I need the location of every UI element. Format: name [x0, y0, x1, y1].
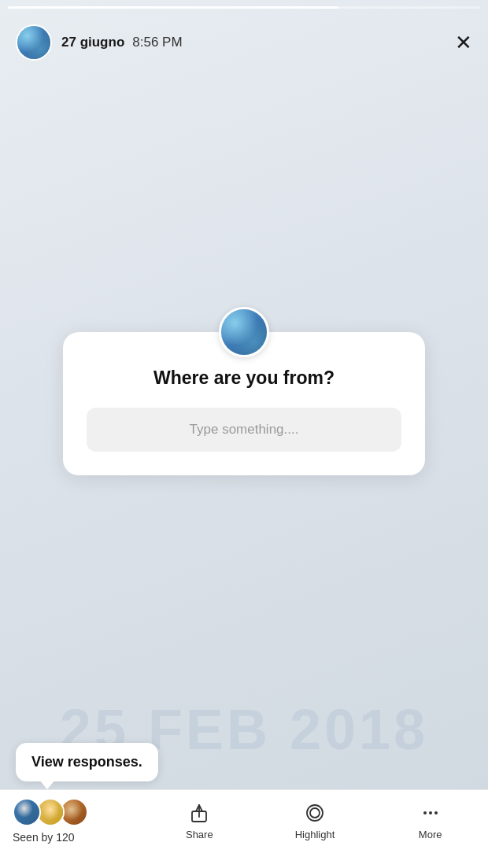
share-label: Share [186, 829, 213, 840]
more-label: More [419, 829, 442, 840]
story-meta: 27 giugno 8:56 PM [61, 35, 455, 50]
svg-point-5 [429, 811, 432, 814]
highlight-button[interactable]: Highlight [287, 801, 342, 840]
bottom-actions: Share Highlight More [142, 798, 488, 840]
top-bar: 27 giugno 8:56 PM ✕ [0, 0, 488, 71]
svg-point-4 [423, 811, 427, 814]
close-button[interactable]: ✕ [455, 32, 472, 53]
story-date: 27 giugno [61, 35, 124, 50]
type-input[interactable]: Type something.... [87, 408, 401, 452]
seen-section[interactable]: Seen by 120 [0, 798, 142, 844]
share-button[interactable]: Share [172, 801, 227, 840]
share-icon [187, 801, 211, 825]
tooltip-label: View responses. [31, 754, 142, 770]
question-card-wrapper: Where are you from? Type something.... [63, 307, 425, 475]
story-time: 8:56 PM [132, 35, 182, 50]
seen-avatars [13, 798, 83, 826]
question-text: Where are you from? [87, 367, 401, 390]
highlight-label: Highlight [295, 829, 335, 840]
svg-point-6 [434, 811, 438, 814]
svg-point-2 [307, 805, 323, 821]
more-button[interactable]: More [403, 801, 458, 840]
more-icon [419, 801, 442, 825]
svg-point-3 [310, 808, 320, 818]
view-responses-tooltip[interactable]: View responses. [16, 743, 158, 781]
seen-label: Seen by 120 [13, 831, 75, 844]
bottom-bar: Seen by 120 Share High [0, 789, 488, 868]
card-avatar [219, 307, 269, 357]
story-avatar[interactable] [16, 24, 52, 61]
highlight-icon [303, 801, 327, 825]
seen-avatar-1 [13, 798, 41, 826]
tooltip-bubble: View responses. [16, 743, 158, 781]
